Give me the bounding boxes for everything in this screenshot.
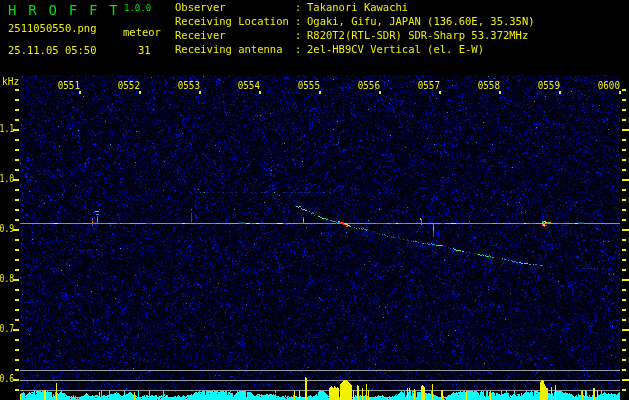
info-value: 2el-HB9CV Vertical (el. E-W): [307, 44, 484, 55]
info-label: Receiving antenna: [175, 44, 282, 55]
freq-axis-label: 0.7: [0, 324, 14, 334]
info-separator: :: [295, 2, 301, 13]
time-axis-label: 0600: [597, 80, 620, 91]
freq-axis-label: 1.0: [0, 174, 14, 184]
spectrogram-canvas: [0, 0, 629, 400]
time-axis-label: 0556: [357, 80, 380, 91]
freq-axis-label: 0.9: [0, 224, 14, 234]
info-row-observer: Observer : Takanori Kawachi: [0, 2, 629, 16]
info-row-receiver: Receiver : R820T2(RTL-SDR) SDR-Sharp 53.…: [0, 30, 629, 44]
hrofft-screenshot: H R O F F T 1.0.0 2511050550.png meteor …: [0, 0, 629, 400]
time-axis-label: 0558: [477, 80, 500, 91]
info-value: Ogaki, Gifu, JAPAN (136.60E, 35.35N): [307, 16, 535, 27]
time-axis-label: 0559: [537, 80, 560, 91]
time-axis-label: 0551: [57, 80, 80, 91]
info-label: Observer: [175, 2, 226, 13]
time-axis-label: 0555: [297, 80, 320, 91]
time-axis-label: 0557: [417, 80, 440, 91]
freq-axis-label: 0.6: [0, 374, 14, 384]
info-label: Receiving Location: [175, 16, 289, 27]
time-axis-label: 0553: [177, 80, 200, 91]
frequency-unit-label: kHz: [2, 76, 19, 87]
info-separator: :: [295, 16, 301, 27]
info-row-location: Receiving Location : Ogaki, Gifu, JAPAN …: [0, 16, 629, 30]
info-separator: :: [295, 44, 301, 55]
info-value: Takanori Kawachi: [307, 2, 408, 13]
info-value: R820T2(RTL-SDR) SDR-Sharp 53.372MHz: [307, 30, 528, 41]
freq-axis-label: 1.1: [0, 124, 14, 134]
freq-axis-label: 0.8: [0, 274, 14, 284]
info-separator: :: [295, 30, 301, 41]
time-axis-label: 0554: [237, 80, 260, 91]
info-label: Receiver: [175, 30, 226, 41]
time-axis-label: 0552: [117, 80, 140, 91]
info-row-antenna: Receiving antenna : 2el-HB9CV Vertical (…: [0, 44, 629, 58]
